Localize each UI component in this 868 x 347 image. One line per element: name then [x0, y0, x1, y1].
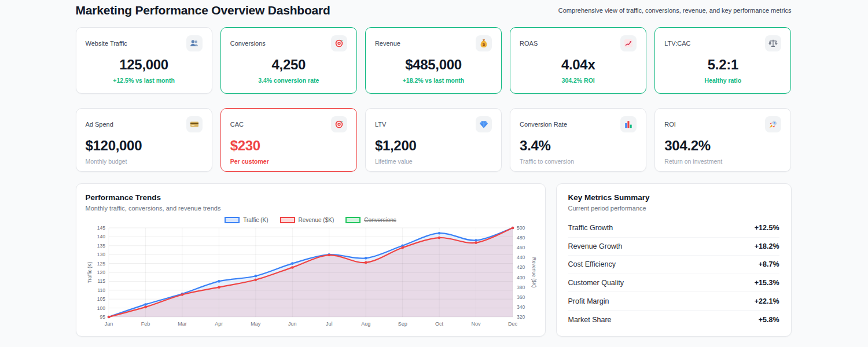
summary-title: Key Metrics Summary — [568, 193, 779, 202]
svg-text:440: 440 — [517, 254, 525, 260]
svg-text:95: 95 — [100, 314, 105, 320]
summary-label: Revenue Growth — [568, 242, 623, 250]
metric-label: Website Traffic — [86, 40, 127, 47]
summary-rows: Traffic Growth+12.5%Revenue Growth+18.2%… — [568, 219, 779, 329]
money-bag-icon: $ — [476, 35, 492, 51]
svg-text:420: 420 — [517, 264, 525, 270]
svg-text:Feb: Feb — [141, 321, 150, 327]
svg-text:105: 105 — [97, 296, 105, 302]
bar-chart-icon — [620, 116, 637, 132]
svg-text:500: 500 — [517, 225, 525, 231]
svg-text:145: 145 — [97, 225, 105, 231]
kpi-card-header: Revenue$ — [375, 35, 492, 51]
metric-label: ROAS — [520, 40, 538, 47]
svg-text:125: 125 — [97, 261, 105, 267]
metric-value: $120,000 — [86, 138, 203, 154]
summary-row-market-share: Market Share+5.8% — [568, 311, 779, 329]
legend-item-conversions[interactable]: Conversions — [345, 217, 396, 223]
svg-text:360: 360 — [517, 294, 525, 300]
legend-item-traffic-k[interactable]: Traffic (K) — [225, 217, 268, 223]
svg-text:380: 380 — [517, 285, 525, 290]
summary-value: +15.3% — [755, 279, 779, 287]
metric-subtext: 304.2% ROI — [520, 77, 637, 84]
page-title: Marketing Performance Overview Dashboard — [76, 3, 330, 17]
gem-icon — [476, 116, 492, 132]
summary-row-cost-efficiency: Cost Efficiency+8.7% — [568, 256, 779, 274]
page-subtitle: Comprehensive view of traffic, conversio… — [558, 7, 792, 14]
kpi-card-header: Conversions — [230, 35, 347, 51]
metric-subtext: +12.5% vs last month — [86, 77, 203, 84]
metric-value: 5.2:1 — [664, 57, 781, 73]
kpi-card-ad-spend: Ad Spend$120,000Monthly budget — [76, 108, 212, 172]
trends-title: Performance Trends — [86, 193, 536, 202]
metric-label: ROI — [664, 121, 676, 128]
target-icon — [331, 35, 347, 51]
svg-text:Aug: Aug — [361, 321, 370, 327]
legend-item-revenue-k[interactable]: Revenue ($K) — [280, 217, 334, 223]
metric-label: LTV:CAC — [664, 40, 690, 47]
kpi-card-header: LTV — [375, 116, 492, 132]
kpi-card-conversions: Conversions4,2503.4% conversion rate — [220, 27, 357, 94]
metric-subtext: 3.4% conversion rate — [230, 77, 347, 84]
svg-text:Apr: Apr — [215, 321, 223, 327]
credit-card-icon — [186, 116, 203, 132]
svg-text:130: 130 — [97, 252, 105, 257]
page-header: Marketing Performance Overview Dashboard… — [76, 3, 792, 17]
metric-subtext: Healthy ratio — [664, 77, 781, 84]
svg-text:Traffic (K): Traffic (K) — [87, 261, 93, 283]
summary-value: +8.7% — [759, 260, 779, 268]
legend-label: Traffic (K) — [243, 217, 268, 223]
metric-value: 304.2% — [664, 138, 781, 154]
kpi-card-header: Conversion Rate — [520, 116, 637, 132]
metric-subtext: Per customer — [230, 158, 347, 165]
svg-text:Nov: Nov — [471, 321, 481, 327]
summary-value: +18.2% — [755, 242, 779, 250]
kpi-card-cac: CAC$230Per customer — [220, 108, 357, 172]
people-icon — [186, 35, 203, 51]
dashboard: Marketing Performance Overview Dashboard… — [76, 0, 792, 337]
svg-text:115: 115 — [97, 278, 105, 284]
svg-text:320: 320 — [517, 314, 525, 320]
trends-subtitle: Monthly traffic, conversions, and revenu… — [86, 205, 536, 212]
kpi-card-header: CAC — [230, 116, 347, 132]
bottom-section: Performance Trends Monthly traffic, conv… — [76, 183, 792, 337]
metric-value: $1,200 — [375, 138, 492, 154]
summary-label: Cost Efficiency — [568, 260, 616, 268]
summary-label: Traffic Growth — [568, 224, 613, 232]
svg-text:100: 100 — [97, 305, 105, 311]
svg-text:135: 135 — [97, 243, 105, 249]
svg-text:400: 400 — [517, 275, 525, 280]
svg-text:Jan: Jan — [104, 321, 113, 327]
chart-legend: Traffic (K)Revenue ($K)Conversions — [86, 217, 536, 223]
kpi-card-header: Ad Spend — [86, 116, 203, 132]
summary-value: +5.8% — [759, 316, 779, 324]
svg-text:Revenue ($K): Revenue ($K) — [531, 257, 537, 288]
metric-label: CAC — [230, 121, 244, 128]
summary-value: +22.1% — [755, 297, 779, 305]
legend-swatch — [280, 217, 295, 223]
kpi-card-roi: ROI304.2%Return on investment — [654, 108, 791, 172]
svg-text:Dec: Dec — [507, 321, 517, 327]
summary-subtitle: Current period performance — [568, 205, 779, 212]
metric-subtext: Traffic to conversion — [520, 158, 637, 165]
trend-line-chart[interactable]: 9510010511011512012513013514014532034036… — [86, 224, 536, 335]
metric-value: 125,000 — [86, 57, 203, 73]
legend-swatch — [345, 217, 361, 223]
svg-text:460: 460 — [517, 245, 525, 250]
metric-label: Ad Spend — [86, 121, 113, 128]
metric-value: 4.04x — [520, 57, 637, 73]
metric-label: Conversion Rate — [520, 121, 567, 128]
legend-label: Conversions — [364, 217, 396, 223]
kpi-card-conversion-rate: Conversion Rate3.4%Traffic to conversion — [510, 108, 646, 172]
metric-subtext: Return on investment — [664, 158, 781, 165]
metric-label: Conversions — [230, 40, 266, 47]
kpi-row-primary: Website Traffic125,000+12.5% vs last mon… — [76, 27, 792, 94]
kpi-card-roas: ROAS4.04x304.2% ROI — [510, 27, 646, 94]
metric-label: Revenue — [375, 40, 400, 47]
svg-text:Jul: Jul — [325, 321, 332, 327]
legend-label: Revenue ($K) — [299, 217, 334, 223]
metric-subtext: Monthly budget — [86, 158, 203, 165]
metric-subtext: +18.2% vs last month — [375, 77, 492, 84]
kpi-card-ltv: LTV$1,200Lifetime value — [365, 108, 502, 172]
summary-label: Customer Quality — [568, 279, 624, 287]
